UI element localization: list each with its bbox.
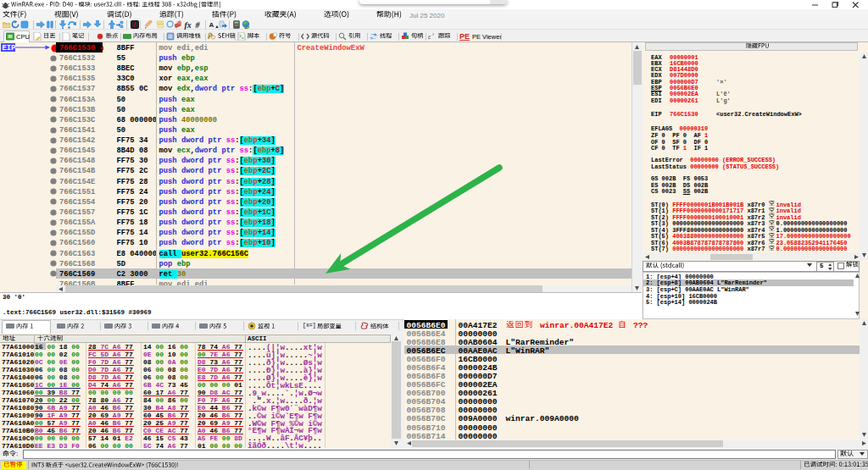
svg-text:³: ³ [432,32,434,37]
svg-text:ε: ε [428,33,431,41]
svg-text:PE: PE [459,32,470,41]
